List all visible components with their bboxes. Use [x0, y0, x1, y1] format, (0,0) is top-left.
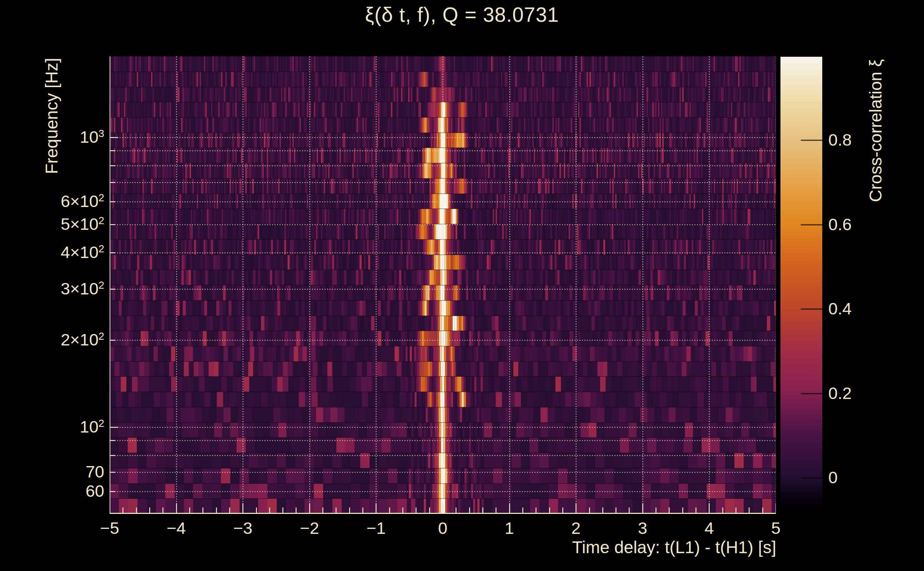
colorbar-tick-label: 0.2	[828, 383, 851, 403]
spectrogram-heatmap	[110, 56, 776, 514]
y-tick-label: 5×102	[61, 215, 104, 234]
x-tick-label: −4	[167, 518, 186, 538]
colorbar-tick-label: 0.4	[828, 299, 851, 318]
y-tick-label: 2×102	[61, 330, 104, 349]
y-tick-label: 6×102	[61, 191, 104, 211]
x-tick-label: 5	[771, 518, 780, 538]
y-tick-label: 103	[80, 127, 104, 147]
y-axis-title: Frequency [Hz]	[42, 58, 62, 174]
chart-title: ξ(δ t, f), Q = 38.0731	[0, 3, 924, 26]
x-tick-label: −2	[300, 518, 319, 538]
x-tick-label: −1	[367, 518, 386, 538]
y-tick-label: 3×102	[61, 279, 104, 298]
y-tick-label: 4×102	[61, 243, 104, 262]
colorbar-tick-label: 0	[828, 468, 837, 487]
colorbar-tick-mark	[801, 224, 822, 225]
y-tick-exponent: 2	[99, 192, 104, 204]
colorbar-tick-label: 0.8	[828, 130, 851, 150]
colorbar-tick-mark	[801, 477, 822, 478]
y-tick-exponent: 2	[99, 279, 104, 291]
y-tick-exponent: 2	[99, 215, 104, 227]
x-tick-label: 4	[705, 518, 714, 538]
x-tick-label: −3	[233, 518, 252, 538]
y-tick-exponent: 2	[99, 418, 104, 429]
colorbar-tick-mark	[801, 393, 822, 394]
x-tick-label: −5	[100, 518, 119, 538]
x-tick-label: 2	[571, 518, 581, 538]
colorbar-tick-mark	[801, 309, 822, 310]
y-tick-label: 102	[80, 417, 104, 437]
x-axis-title: Time delay: t(L1) - t(H1) [s]	[572, 537, 776, 557]
y-tick-exponent: 2	[99, 243, 104, 255]
colorbar-tick-mark	[801, 140, 822, 141]
colorbar-gradient	[780, 57, 822, 509]
x-tick-label: 0	[438, 518, 447, 538]
y-tick-label: 70	[86, 462, 104, 481]
y-tick-exponent: 3	[99, 128, 104, 139]
y-tick-exponent: 2	[99, 330, 104, 342]
figure-canvas: ξ(δ t, f), Q = 38.0731 Frequency [Hz] 10…	[0, 0, 924, 571]
colorbar-tick-label: 0.6	[828, 215, 851, 234]
x-tick-label: 3	[638, 518, 647, 538]
colorbar-title: Cross-correlation ξ	[866, 59, 885, 202]
y-tick-label: 60	[86, 481, 104, 501]
x-tick-label: 1	[505, 518, 514, 538]
